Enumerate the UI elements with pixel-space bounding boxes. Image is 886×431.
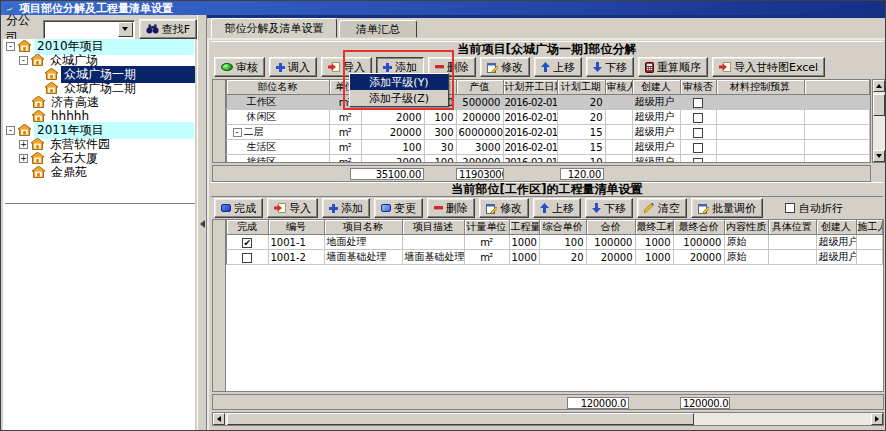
audited-checkbox[interactable] xyxy=(693,128,703,138)
title-bar: 项目部位分解及工程量清单设置 xyxy=(1,1,886,15)
scroll-down-button[interactable] xyxy=(873,150,885,162)
menu-item-add-child[interactable]: 添加子级(Z) xyxy=(350,90,448,106)
total-price-sum: 120000.0 xyxy=(567,397,629,409)
clear-button[interactable]: 清空 xyxy=(637,198,687,218)
modify-item-button[interactable]: 修改 xyxy=(479,198,529,218)
col-audited: 审核否 xyxy=(680,80,716,95)
splitter-collapse-icon[interactable] xyxy=(200,220,205,228)
boq-summary-band: 120000.0 120000.00 xyxy=(212,394,884,410)
col-material-budget: 材料控制预算 xyxy=(716,80,804,95)
minus-icon xyxy=(434,206,443,210)
tree-item-jinding-garden[interactable]: 金鼎苑 xyxy=(3,165,195,179)
plus-icon xyxy=(383,63,392,72)
tree-collapse-icon[interactable]: - xyxy=(6,42,15,51)
col-item-desc: 项目描述 xyxy=(402,220,464,235)
final-total-sum: 120000.00 xyxy=(680,397,730,409)
panel-splitter[interactable] xyxy=(197,15,207,431)
audited-checkbox[interactable] xyxy=(693,143,703,153)
tree-item-jinshi-tower[interactable]: + 金石大厦 xyxy=(3,151,195,165)
total-duration: 120.00 xyxy=(560,168,604,180)
tree-collapse-icon[interactable]: - xyxy=(233,128,242,137)
import-gantt-excel-button[interactable]: 导入甘特图Excel xyxy=(712,57,825,77)
col-creator: 创建人 xyxy=(816,220,856,235)
done-checkbox[interactable] xyxy=(242,238,252,248)
table-row[interactable]: ▶ 工作区 m² 5000 100 500000 2016-02-01 20 超… xyxy=(213,95,870,110)
company-combobox[interactable] xyxy=(43,20,135,39)
scroll-left-button[interactable] xyxy=(213,413,225,425)
boq-grid-hscrollbar[interactable] xyxy=(212,412,884,426)
batch-price-button[interactable]: 批量调价 xyxy=(691,198,763,218)
col-start-date: 计划开工日期 xyxy=(503,80,557,95)
combo-dropdown-button[interactable] xyxy=(118,22,133,37)
tab-decompose-settings[interactable]: 部位分解及清单设置 xyxy=(211,18,337,38)
audit-button[interactable]: 审核 xyxy=(214,57,265,77)
autowrap-checkbox[interactable] xyxy=(785,203,795,213)
plus-icon xyxy=(276,63,285,72)
scrollbar-thumb[interactable] xyxy=(873,94,885,116)
tree-item-label[interactable]: 济青高速 xyxy=(48,94,102,111)
row-indicator-column xyxy=(213,220,226,391)
audited-checkbox[interactable] xyxy=(693,113,703,123)
find-button[interactable]: 查找F xyxy=(139,19,197,39)
notepad-icon xyxy=(487,62,498,73)
company-search-row: 分公司 查找F xyxy=(1,18,197,40)
import-icon xyxy=(328,62,340,73)
scrollbar-thumb[interactable] xyxy=(227,413,694,425)
col-final-qty: 最终工程量 xyxy=(635,220,673,235)
find-button-label: 查找F xyxy=(162,22,190,37)
arrow-right-icon xyxy=(875,416,879,422)
audited-checkbox[interactable] xyxy=(693,98,703,108)
modify-button[interactable]: 修改 xyxy=(480,57,530,77)
lower-toolbar: 完成 导入 添加 变更 删除 修改 上移 下移 清空 批量调价 自动折行 xyxy=(211,197,883,219)
delete-item-button[interactable]: 删除 xyxy=(427,198,475,218)
audited-checkbox[interactable] xyxy=(693,158,703,164)
house-icon xyxy=(18,40,31,52)
move-item-up-button[interactable]: 上移 xyxy=(533,198,581,218)
change-button[interactable]: 变更 xyxy=(374,198,423,218)
tab-list-summary[interactable]: 清单汇总 xyxy=(339,20,417,38)
tree-expand-icon[interactable]: + xyxy=(19,154,28,163)
table-row[interactable]: 1001-2 墙面基础处理 墙面基础处理 m² 1000 20 20000 10… xyxy=(213,250,883,265)
tree-collapse-icon[interactable]: - xyxy=(6,126,15,135)
boq-table: 完成 编号 项目名称 项目描述 计量单位 工程量 综合单价 合价 最终工程量 最… xyxy=(213,220,883,265)
tree-expand-icon[interactable]: + xyxy=(19,140,28,149)
house-icon xyxy=(32,96,45,108)
scroll-right-button[interactable] xyxy=(871,413,883,425)
arrow-left-icon xyxy=(217,416,221,422)
tree-item-jiqing-highway[interactable]: 济青高速 xyxy=(3,95,195,109)
arrow-down-icon xyxy=(876,154,882,158)
add-dropdown-menu: 添加平级(Y) 添加子级(Z) xyxy=(349,73,449,107)
table-row[interactable]: -二层 m² 20000 300 6000000 2016-02-01 15 超… xyxy=(213,125,870,140)
menu-item-add-sibling[interactable]: 添加平级(Y) xyxy=(350,74,448,90)
finish-button[interactable]: 完成 xyxy=(214,198,263,218)
tree-item-label[interactable]: 金鼎苑 xyxy=(48,164,90,181)
import-icon xyxy=(719,62,731,73)
tree-divider xyxy=(5,203,195,205)
tree-collapse-icon[interactable]: - xyxy=(19,56,28,65)
parts-grid-vscrollbar[interactable] xyxy=(872,79,886,163)
upper-toolbar: 审核 调入 导入 添加 删除 修改 上移 下移 重算顺序 导入甘特图Excel xyxy=(211,56,883,78)
autowrap-option[interactable]: 自动折行 xyxy=(785,201,843,216)
table-row[interactable]: 休闲区 m² 2000 100 200000 2016-02-01 20 超级用… xyxy=(213,110,870,125)
recalc-order-button[interactable]: 重算顺序 xyxy=(638,57,708,77)
move-up-button[interactable]: 上移 xyxy=(534,57,582,77)
add-item-button[interactable]: 添加 xyxy=(322,198,370,218)
audit-icon xyxy=(221,63,233,71)
col-measure-unit: 计量单位 xyxy=(464,220,509,235)
table-row[interactable]: 1001-1 地面处理 m² 1000 100 100000 1000 1000… xyxy=(213,235,883,250)
col-nature: 内容性质 xyxy=(724,220,768,235)
col-done: 完成 xyxy=(226,220,268,235)
done-checkbox[interactable] xyxy=(242,253,252,263)
notepad-icon xyxy=(698,203,709,214)
scroll-up-button[interactable] xyxy=(873,80,885,92)
table-row[interactable]: 接待区 m² 2000 100 200000 2016-02-01 10 超级用… xyxy=(213,155,870,164)
row-indicator-column xyxy=(213,80,226,162)
call-in-button[interactable]: 调入 xyxy=(269,57,317,77)
move-item-down-button[interactable]: 下移 xyxy=(585,198,633,218)
col-final-total: 最终合价 xyxy=(673,220,724,235)
table-row[interactable]: 生活区 m² 100 30 3000 2016-02-01 15 超级用户 xyxy=(213,140,870,155)
move-down-button[interactable]: 下移 xyxy=(586,57,634,77)
col-work-qty: 工程量 xyxy=(509,220,539,235)
import-list-button[interactable]: 导入 xyxy=(267,198,318,218)
pencil-icon xyxy=(644,203,655,213)
